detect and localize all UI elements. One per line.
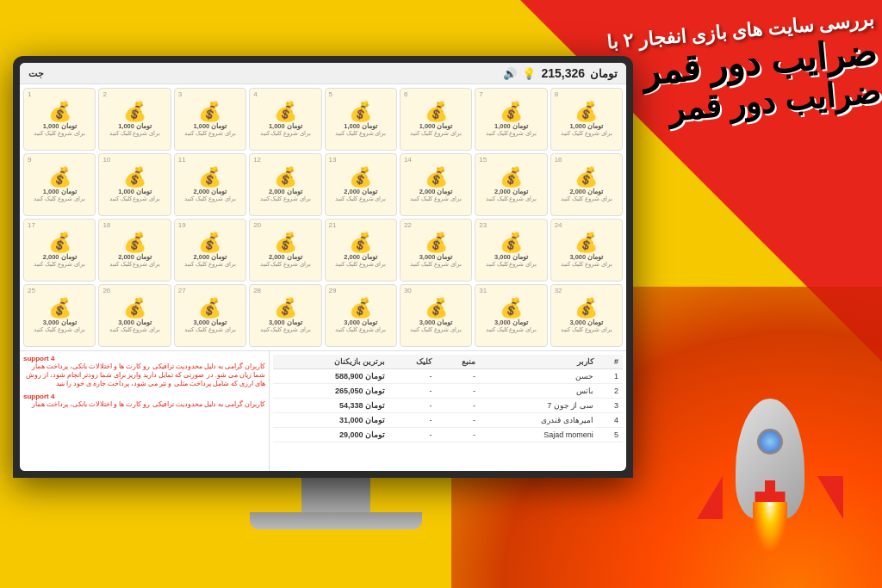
grid-cell[interactable]: 5💰تومان 1,000برای شروع کلیک کنید [325,88,397,151]
chat-text: کاربران گرامی به دلیل محدودیت ترافیکی رو… [23,400,265,409]
grid-cell[interactable]: 24💰تومان 3,000برای شروع کلیک کنید [550,219,623,282]
grid-cell[interactable]: 26💰تومان 3,000برای شروع کلیک کنید [98,284,171,347]
cell-action: برای شروع کلیک کنید [109,195,160,202]
cell-number: 23 [479,221,487,229]
cell-money-icon: 💰 [425,299,448,318]
cell-action: برای شروع کلیک کنید [260,326,311,333]
source-cell-value: - [436,369,479,384]
monitor-stand-neck [301,478,370,512]
grid-cell[interactable]: 15💰تومان 2,000برای شروع کلیک کنید [475,153,547,216]
amount-cell-value: تومان 31,000 [273,413,389,428]
grid-cell[interactable]: 3💰تومان 1,000برای شروع کلیک کنید [174,88,246,151]
cell-price: تومان 1,000 [269,122,302,130]
cell-number: 6 [404,90,407,98]
cell-price: تومان 2,000 [344,253,377,261]
cell-action: برای شروع کلیک کنید [34,261,84,268]
grid-cell[interactable]: 30💰تومان 3,000برای شروع کلیک کنید [400,284,472,347]
cell-price: تومان 3,000 [494,319,528,326]
cell-price: تومان 2,000 [494,188,528,195]
cell-number: 11 [178,156,186,164]
cell-action: برای شروع کلیک کنید [335,130,386,137]
cell-price: تومان 2,000 [118,253,152,261]
cell-money-icon: 💰 [274,168,297,187]
amount-cell-value: تومان 29,000 [273,428,389,443]
chat-sender: support 4 [23,355,265,362]
cell-money-icon: 💰 [349,102,372,121]
cell-price: تومان 3,000 [194,319,227,326]
grid-cell[interactable]: 11💰تومان 2,000برای شروع کلیک کنید [174,153,246,216]
cell-number: 13 [329,156,337,164]
cell-money-icon: 💰 [425,168,448,187]
cell-price: تومان 2,000 [569,188,603,195]
cell-number: 24 [555,221,562,229]
cell-money-icon: 💰 [500,168,523,187]
cell-number: 15 [479,156,487,164]
cell-action: برای شروع کلیک کنید [410,130,461,137]
grid-cell[interactable]: 14💰تومان 2,000برای شروع کلیک کنید [400,153,472,216]
rank-cell-value: 2 [598,384,623,399]
grid-cell[interactable]: 8💰تومان 1,000برای شروع کلیک کنید [550,88,623,151]
grid-cell[interactable]: 17💰تومان 2,000برای شروع کلیک کنید [23,219,96,282]
cell-action: برای شروع کلیک کنید [34,326,84,333]
cell-number: 10 [102,156,110,164]
grid-cell[interactable]: 31💰تومان 3,000برای شروع کلیک کنید [475,284,547,347]
grid-cell[interactable]: 13💰تومان 2,000برای شروع کلیک کنید [325,153,397,216]
cell-number: 8 [555,90,558,98]
grid-cell[interactable]: 23💰تومان 3,000برای شروع کلیک کنید [475,219,547,282]
grid-cell[interactable]: 25💰تومان 3,000برای شروع کلیک کنید [23,284,96,347]
grid-cell[interactable]: 20💰تومان 2,000برای شروع کلیک کنید [249,219,321,282]
cell-number: 2 [102,90,106,98]
cell-action: برای شروع کلیک کنید [335,261,386,268]
cell-price: تومان 2,000 [194,188,227,195]
bottom-section: support 4کاربران گرامی به دلیل محدودیت ت… [20,350,626,471]
grid-cell[interactable]: 1💰تومان 1,000برای شروع کلیک کنید [23,88,96,151]
balance-display: تومان 215,326 💡 🔊 [503,66,618,80]
screen-main: 1💰تومان 1,000برای شروع کلیک کنید2💰تومان … [20,84,626,471]
cell-number: 14 [404,156,412,164]
rocket-illustration [684,347,856,571]
cell-price: تومان 3,000 [569,319,603,326]
cell-price: تومان 1,000 [43,188,77,195]
grid-cell[interactable]: 29💰تومان 3,000برای شروع کلیک کنید [325,284,397,347]
game-grid-section: 1💰تومان 1,000برای شروع کلیک کنید2💰تومان … [20,84,626,350]
cell-price: تومان 1,000 [194,122,227,130]
cell-action: برای شروع کلیک کنید [486,195,537,202]
grid-cell[interactable]: 21💰تومان 2,000برای شروع کلیک کنید [325,219,397,282]
user-cell-value: سی از جون 7 [480,399,598,413]
grid-cell[interactable]: 9💰تومان 1,000برای شروع کلیک کنید [23,153,96,216]
grid-cell[interactable]: 12💰تومان 2,000برای شروع کلیک کنید [249,153,321,216]
rocket-window [757,429,783,455]
grid-cell[interactable]: 19💰تومان 2,000برای شروع کلیک کنید [174,219,246,282]
grid-cell[interactable]: 27💰تومان 3,000برای شروع کلیک کنید [174,284,246,347]
header-left: جت [28,68,44,79]
grid-cell[interactable]: 28💰تومان 3,000برای شروع کلیک کنید [249,284,321,347]
cell-number: 18 [102,221,110,229]
grid-cell[interactable]: 32💰تومان 3,000برای شروع کلیک کنید [550,284,623,347]
cell-price: تومان 3,000 [118,319,152,326]
cell-price: تومان 1,000 [494,122,528,130]
chat-text: کاربران گرامی به دلیل محدودیت ترافیکی رو… [23,362,265,387]
grid-cell[interactable]: 18💰تومان 2,000برای شروع کلیک کنید [98,219,171,282]
cell-action: برای شروع کلیک کنید [109,261,160,268]
cell-price: تومان 3,000 [269,319,302,326]
cell-number: 9 [28,156,31,164]
cell-money-icon: 💰 [48,233,71,252]
cell-price: تومان 2,000 [194,253,227,261]
grid-cell[interactable]: 16💰تومان 2,000برای شروع کلیک کنید [550,153,623,216]
cell-action: برای شروع کلیک کنید [561,195,612,202]
grid-cell[interactable]: 2💰تومان 1,000برای شروع کلیک کنید [98,88,171,151]
monitor-container: جت تومان 215,326 💡 🔊 1💰تومان 1,000برای [13,56,659,538]
rocket-flame [753,502,787,554]
grid-cell[interactable]: 22💰تومان 3,000برای شروع کلیک کنید [400,219,472,282]
cell-number: 29 [329,287,337,294]
cell-number: 20 [253,221,261,229]
grid-cell[interactable]: 7💰تومان 1,000برای شروع کلیک کنید [475,88,547,151]
header-right: تومان 215,326 💡 🔊 [503,66,618,80]
grid-cell[interactable]: 10💰تومان 1,000برای شروع کلیک کنید [98,153,171,216]
grid-cell[interactable]: 4💰تومان 1,000برای شروع کلیک کنید [249,88,321,151]
cell-action: برای شروع کلیک کنید [184,130,235,137]
cell-money-icon: 💰 [198,168,221,187]
cell-price: تومان 2,000 [344,188,377,195]
grid-cell[interactable]: 6💰تومان 1,000برای شروع کلیک کنید [400,88,472,151]
balance-sound-icon: 🔊 [503,67,517,80]
